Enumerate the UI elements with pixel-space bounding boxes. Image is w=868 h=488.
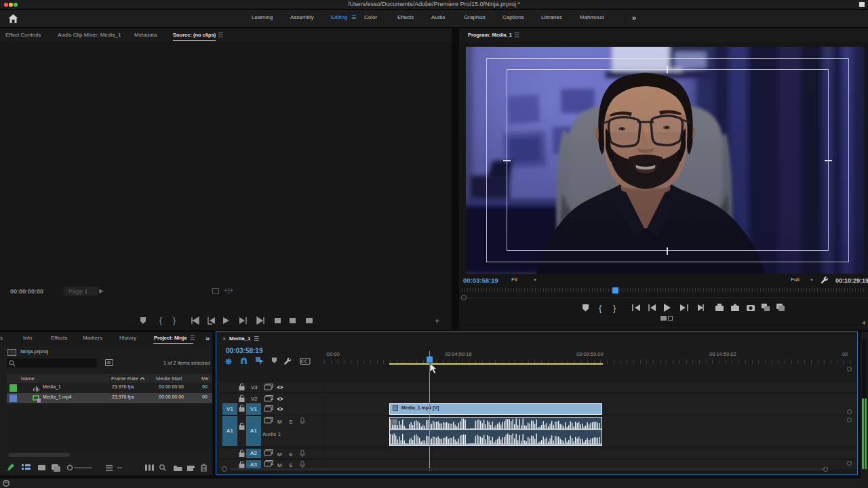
- svg-text:M: M: [277, 462, 282, 468]
- svg-text:{: {: [159, 316, 162, 325]
- svg-text:S: S: [289, 419, 292, 425]
- svg-text:{: {: [599, 303, 602, 313]
- svg-text:}: }: [613, 303, 616, 313]
- svg-text:S: S: [289, 451, 292, 458]
- svg-text:M: M: [277, 451, 282, 458]
- svg-text:}: }: [173, 316, 176, 325]
- svg-text:S: S: [289, 462, 292, 468]
- svg-text:M: M: [277, 419, 282, 425]
